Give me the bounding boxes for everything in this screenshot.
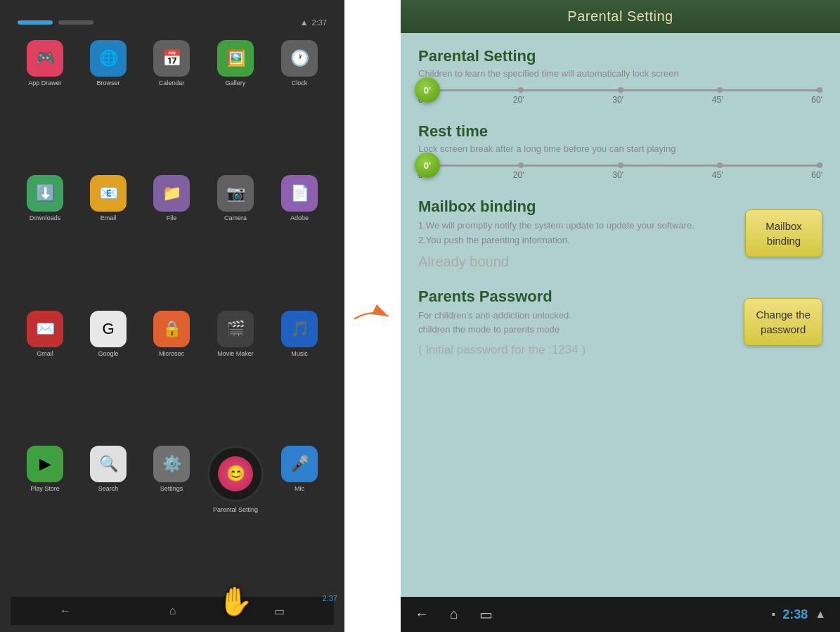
app-label: Clock <box>292 79 308 86</box>
app-label: Movie Maker <box>217 350 254 357</box>
app-icon-img: ⚙️ <box>153 446 190 482</box>
list-item[interactable]: 📄 Adobe <box>272 175 327 302</box>
tick-dot-45 <box>717 87 723 93</box>
hand-cursor-icon: ✋ <box>218 585 253 618</box>
app-label: Settings <box>160 485 183 492</box>
list-item[interactable]: 📧 Email <box>81 175 136 302</box>
list-item[interactable]: ⬇️ Downloads <box>18 175 72 302</box>
list-item[interactable]: 🎬 Movie Maker <box>207 311 264 437</box>
list-item[interactable]: ✉️ Gmail <box>18 311 72 437</box>
rest-slider-track: 0' <box>418 165 822 167</box>
tab-apps[interactable] <box>18 20 53 25</box>
app-label: Gallery <box>226 79 246 86</box>
rest-time-subtitle: Lock screen break after a long time befo… <box>418 143 822 154</box>
list-item[interactable]: 🕐 Clock <box>272 40 327 167</box>
arrow-container <box>344 0 401 632</box>
list-item[interactable]: ⚙️ Settings <box>144 446 199 593</box>
tick-label-45: 45' <box>712 95 723 105</box>
mailbox-section-left: Mailbox binding 1.We will promptly notif… <box>418 198 735 270</box>
change-password-button[interactable]: Change thepassword <box>744 298 822 346</box>
mailbox-status: Already bound <box>418 254 735 270</box>
parental-slider-track: 0' <box>418 89 822 91</box>
parental-setting-subtitle: Children to learn the specified time wil… <box>418 68 822 79</box>
password-section: Parents Password For children's anti-add… <box>418 288 822 358</box>
app-label: Downloads <box>30 214 61 221</box>
tick-dot-20 <box>518 87 524 93</box>
app-icon-img: 📄 <box>281 175 318 212</box>
list-item[interactable]: G Google <box>81 311 136 437</box>
rest-tick-label-60: 60' <box>811 170 822 180</box>
app-grid: 🎮 App Drawer 🌐 Browser 📅 Calendar 🖼️ Gal… <box>11 37 334 597</box>
app-icon-img: 🔍 <box>90 446 127 482</box>
recent-button[interactable]: ▭ <box>274 605 285 618</box>
list-item[interactable]: 📷 Camera <box>207 175 264 302</box>
parental-slider-container: 0' 0' 20' 30' 45' 60' <box>418 89 822 105</box>
app-icon-img: 🌐 <box>90 40 127 77</box>
slider-dots <box>418 87 822 93</box>
list-item[interactable]: 🎤 Mic <box>272 446 327 593</box>
bottom-clock: 2:38 <box>782 607 808 622</box>
slider-value: 0' <box>424 85 431 96</box>
list-item[interactable]: ▶ Play Store <box>18 446 72 593</box>
app-icon-img: 📅 <box>153 40 190 77</box>
tab-widgets[interactable] <box>58 20 93 25</box>
mailbox-notes: 1.We will promptly notify the system upd… <box>418 219 735 248</box>
rest-tick-dot-45 <box>717 162 723 168</box>
rest-tick-label-20: 20' <box>513 170 524 180</box>
tab-bar <box>18 20 93 25</box>
list-item[interactable]: 🔍 Search <box>81 446 136 593</box>
status-bar: ▲ 2:37 <box>300 18 327 27</box>
app-label: App Drawer <box>28 79 62 86</box>
rest-slider-thumb[interactable]: 0' <box>415 153 440 178</box>
bottom-recent-button[interactable]: ▭ <box>479 606 493 623</box>
app-icon-img: 📧 <box>90 175 127 212</box>
tick-label-20: 20' <box>513 95 524 105</box>
bottom-back-button[interactable]: ← <box>415 606 429 623</box>
parental-slider-thumb[interactable]: 0' <box>415 77 440 103</box>
app-icon-img: 📷 <box>217 175 254 212</box>
app-label: Camera <box>224 214 247 221</box>
app-label: Microsec <box>159 350 184 357</box>
app-icon-img: ⬇️ <box>27 175 63 212</box>
bottom-nav-right: ▪ 2:38 ▲ <box>771 607 826 622</box>
settings-header: Parental Setting <box>401 0 840 33</box>
app-icon-img: ✉️ <box>27 311 63 347</box>
rest-tick-label-30: 30' <box>612 170 623 180</box>
battery-icon: ▪ <box>771 608 775 621</box>
app-label: Play Store <box>30 485 60 492</box>
right-panel: Parental Setting Parental Setting Childr… <box>401 0 840 632</box>
parental-setting-title: Parental Setting <box>418 47 822 65</box>
tick-dot-30 <box>618 87 623 93</box>
mailbox-section: Mailbox binding 1.We will promptly notif… <box>418 198 822 270</box>
rest-slider-dots <box>418 162 822 168</box>
tick-dot-60 <box>817 87 822 93</box>
app-label: Calendar <box>159 79 185 86</box>
list-item[interactable]: 🔒 Microsec <box>144 311 199 437</box>
parental-setting-section: Parental Setting Children to learn the s… <box>418 47 822 105</box>
tick-label-30: 30' <box>612 95 623 105</box>
list-item[interactable]: 🎵 Music <box>272 311 327 437</box>
signal-icon: ▲ <box>815 608 826 621</box>
back-button[interactable]: ← <box>60 605 71 617</box>
list-item[interactable]: 🎮 App Drawer <box>18 40 72 167</box>
rest-tick-dot-30 <box>618 162 623 168</box>
status-time: 2:37 <box>312 18 327 27</box>
mailbox-binding-button[interactable]: Mailboxbinding <box>745 209 822 257</box>
settings-content: Parental Setting Children to learn the s… <box>401 33 840 597</box>
app-label: Gmail <box>37 350 53 357</box>
home-button[interactable]: ⌂ <box>169 605 176 617</box>
list-item[interactable]: 🖼️ Gallery <box>207 40 264 167</box>
rest-tick-label-45: 45' <box>712 170 723 180</box>
bottom-nav-left: ← ⌂ ▭ <box>415 606 493 623</box>
mailbox-title: Mailbox binding <box>418 198 735 216</box>
app-label: Music <box>291 350 308 357</box>
rest-slider-value: 0' <box>424 160 431 171</box>
bottom-home-button[interactable]: ⌂ <box>450 606 458 623</box>
app-icon-img: 🔒 <box>153 311 190 347</box>
top-bar: ▲ 2:37 <box>11 14 334 31</box>
list-item[interactable]: 📅 Calendar <box>144 40 199 167</box>
app-label: Mic <box>295 485 304 492</box>
parental-setting-app[interactable]: 😊 Parental Setting ✋ <box>207 446 264 593</box>
list-item[interactable]: 📁 File <box>144 175 199 302</box>
list-item[interactable]: 🌐 Browser <box>81 40 136 167</box>
